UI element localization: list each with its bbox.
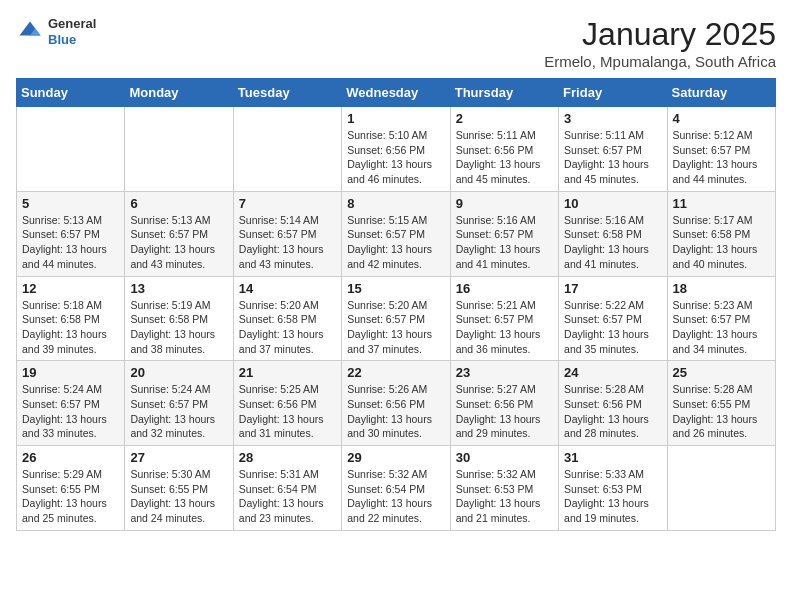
day-number: 26 <box>22 450 119 465</box>
calendar-day-cell: 1Sunrise: 5:10 AM Sunset: 6:56 PM Daylig… <box>342 107 450 192</box>
day-number: 16 <box>456 281 553 296</box>
day-number: 18 <box>673 281 770 296</box>
day-info: Sunrise: 5:23 AM Sunset: 6:57 PM Dayligh… <box>673 298 770 357</box>
logo: General Blue <box>16 16 96 47</box>
day-number: 9 <box>456 196 553 211</box>
day-number: 7 <box>239 196 336 211</box>
calendar-day-cell: 28Sunrise: 5:31 AM Sunset: 6:54 PM Dayli… <box>233 446 341 531</box>
calendar-week-row: 19Sunrise: 5:24 AM Sunset: 6:57 PM Dayli… <box>17 361 776 446</box>
calendar-header-row: SundayMondayTuesdayWednesdayThursdayFrid… <box>17 79 776 107</box>
day-number: 30 <box>456 450 553 465</box>
calendar-day-header: Thursday <box>450 79 558 107</box>
calendar-day-cell: 27Sunrise: 5:30 AM Sunset: 6:55 PM Dayli… <box>125 446 233 531</box>
calendar-week-row: 5Sunrise: 5:13 AM Sunset: 6:57 PM Daylig… <box>17 191 776 276</box>
day-number: 12 <box>22 281 119 296</box>
day-info: Sunrise: 5:26 AM Sunset: 6:56 PM Dayligh… <box>347 382 444 441</box>
calendar-day-cell: 14Sunrise: 5:20 AM Sunset: 6:58 PM Dayli… <box>233 276 341 361</box>
calendar-day-cell: 4Sunrise: 5:12 AM Sunset: 6:57 PM Daylig… <box>667 107 775 192</box>
calendar-day-cell <box>17 107 125 192</box>
day-info: Sunrise: 5:32 AM Sunset: 6:53 PM Dayligh… <box>456 467 553 526</box>
day-number: 24 <box>564 365 661 380</box>
day-info: Sunrise: 5:15 AM Sunset: 6:57 PM Dayligh… <box>347 213 444 272</box>
day-number: 19 <box>22 365 119 380</box>
logo-text: General Blue <box>48 16 96 47</box>
day-info: Sunrise: 5:31 AM Sunset: 6:54 PM Dayligh… <box>239 467 336 526</box>
calendar-day-cell: 18Sunrise: 5:23 AM Sunset: 6:57 PM Dayli… <box>667 276 775 361</box>
calendar-day-header: Saturday <box>667 79 775 107</box>
day-number: 28 <box>239 450 336 465</box>
day-number: 31 <box>564 450 661 465</box>
calendar-week-row: 26Sunrise: 5:29 AM Sunset: 6:55 PM Dayli… <box>17 446 776 531</box>
calendar-day-cell: 23Sunrise: 5:27 AM Sunset: 6:56 PM Dayli… <box>450 361 558 446</box>
day-number: 27 <box>130 450 227 465</box>
calendar-day-header: Monday <box>125 79 233 107</box>
day-number: 6 <box>130 196 227 211</box>
day-number: 4 <box>673 111 770 126</box>
day-info: Sunrise: 5:29 AM Sunset: 6:55 PM Dayligh… <box>22 467 119 526</box>
calendar-body: 1Sunrise: 5:10 AM Sunset: 6:56 PM Daylig… <box>17 107 776 531</box>
title-block: January 2025 Ermelo, Mpumalanga, South A… <box>544 16 776 70</box>
day-number: 15 <box>347 281 444 296</box>
calendar-table: SundayMondayTuesdayWednesdayThursdayFrid… <box>16 78 776 531</box>
calendar-day-cell: 26Sunrise: 5:29 AM Sunset: 6:55 PM Dayli… <box>17 446 125 531</box>
day-info: Sunrise: 5:21 AM Sunset: 6:57 PM Dayligh… <box>456 298 553 357</box>
calendar-day-header: Wednesday <box>342 79 450 107</box>
calendar-week-row: 1Sunrise: 5:10 AM Sunset: 6:56 PM Daylig… <box>17 107 776 192</box>
calendar-day-cell: 12Sunrise: 5:18 AM Sunset: 6:58 PM Dayli… <box>17 276 125 361</box>
logo-icon <box>16 18 44 46</box>
calendar-week-row: 12Sunrise: 5:18 AM Sunset: 6:58 PM Dayli… <box>17 276 776 361</box>
calendar-day-cell: 17Sunrise: 5:22 AM Sunset: 6:57 PM Dayli… <box>559 276 667 361</box>
day-number: 13 <box>130 281 227 296</box>
day-info: Sunrise: 5:10 AM Sunset: 6:56 PM Dayligh… <box>347 128 444 187</box>
calendar-day-header: Sunday <box>17 79 125 107</box>
day-info: Sunrise: 5:25 AM Sunset: 6:56 PM Dayligh… <box>239 382 336 441</box>
calendar-day-cell: 15Sunrise: 5:20 AM Sunset: 6:57 PM Dayli… <box>342 276 450 361</box>
day-info: Sunrise: 5:11 AM Sunset: 6:57 PM Dayligh… <box>564 128 661 187</box>
calendar-day-cell: 10Sunrise: 5:16 AM Sunset: 6:58 PM Dayli… <box>559 191 667 276</box>
day-number: 20 <box>130 365 227 380</box>
day-info: Sunrise: 5:30 AM Sunset: 6:55 PM Dayligh… <box>130 467 227 526</box>
day-info: Sunrise: 5:18 AM Sunset: 6:58 PM Dayligh… <box>22 298 119 357</box>
day-number: 10 <box>564 196 661 211</box>
day-info: Sunrise: 5:16 AM Sunset: 6:58 PM Dayligh… <box>564 213 661 272</box>
day-info: Sunrise: 5:32 AM Sunset: 6:54 PM Dayligh… <box>347 467 444 526</box>
day-info: Sunrise: 5:14 AM Sunset: 6:57 PM Dayligh… <box>239 213 336 272</box>
logo-general: General <box>48 16 96 32</box>
page-header: General Blue January 2025 Ermelo, Mpumal… <box>16 16 776 70</box>
day-info: Sunrise: 5:22 AM Sunset: 6:57 PM Dayligh… <box>564 298 661 357</box>
calendar-day-cell: 6Sunrise: 5:13 AM Sunset: 6:57 PM Daylig… <box>125 191 233 276</box>
day-number: 5 <box>22 196 119 211</box>
calendar-day-cell: 30Sunrise: 5:32 AM Sunset: 6:53 PM Dayli… <box>450 446 558 531</box>
day-info: Sunrise: 5:19 AM Sunset: 6:58 PM Dayligh… <box>130 298 227 357</box>
calendar-day-cell: 8Sunrise: 5:15 AM Sunset: 6:57 PM Daylig… <box>342 191 450 276</box>
calendar-day-cell: 11Sunrise: 5:17 AM Sunset: 6:58 PM Dayli… <box>667 191 775 276</box>
day-number: 22 <box>347 365 444 380</box>
day-number: 23 <box>456 365 553 380</box>
day-info: Sunrise: 5:11 AM Sunset: 6:56 PM Dayligh… <box>456 128 553 187</box>
calendar-subtitle: Ermelo, Mpumalanga, South Africa <box>544 53 776 70</box>
day-number: 11 <box>673 196 770 211</box>
calendar-day-cell: 19Sunrise: 5:24 AM Sunset: 6:57 PM Dayli… <box>17 361 125 446</box>
calendar-title: January 2025 <box>544 16 776 53</box>
day-info: Sunrise: 5:20 AM Sunset: 6:57 PM Dayligh… <box>347 298 444 357</box>
day-info: Sunrise: 5:24 AM Sunset: 6:57 PM Dayligh… <box>22 382 119 441</box>
day-info: Sunrise: 5:20 AM Sunset: 6:58 PM Dayligh… <box>239 298 336 357</box>
day-info: Sunrise: 5:28 AM Sunset: 6:56 PM Dayligh… <box>564 382 661 441</box>
calendar-day-header: Friday <box>559 79 667 107</box>
calendar-day-cell: 22Sunrise: 5:26 AM Sunset: 6:56 PM Dayli… <box>342 361 450 446</box>
day-info: Sunrise: 5:16 AM Sunset: 6:57 PM Dayligh… <box>456 213 553 272</box>
day-info: Sunrise: 5:13 AM Sunset: 6:57 PM Dayligh… <box>22 213 119 272</box>
day-info: Sunrise: 5:13 AM Sunset: 6:57 PM Dayligh… <box>130 213 227 272</box>
calendar-day-cell: 5Sunrise: 5:13 AM Sunset: 6:57 PM Daylig… <box>17 191 125 276</box>
day-number: 21 <box>239 365 336 380</box>
day-number: 25 <box>673 365 770 380</box>
day-number: 2 <box>456 111 553 126</box>
calendar-day-cell: 21Sunrise: 5:25 AM Sunset: 6:56 PM Dayli… <box>233 361 341 446</box>
calendar-day-cell: 3Sunrise: 5:11 AM Sunset: 6:57 PM Daylig… <box>559 107 667 192</box>
logo-blue: Blue <box>48 32 96 48</box>
calendar-day-cell: 20Sunrise: 5:24 AM Sunset: 6:57 PM Dayli… <box>125 361 233 446</box>
calendar-day-cell: 13Sunrise: 5:19 AM Sunset: 6:58 PM Dayli… <box>125 276 233 361</box>
day-info: Sunrise: 5:12 AM Sunset: 6:57 PM Dayligh… <box>673 128 770 187</box>
day-info: Sunrise: 5:17 AM Sunset: 6:58 PM Dayligh… <box>673 213 770 272</box>
day-number: 3 <box>564 111 661 126</box>
